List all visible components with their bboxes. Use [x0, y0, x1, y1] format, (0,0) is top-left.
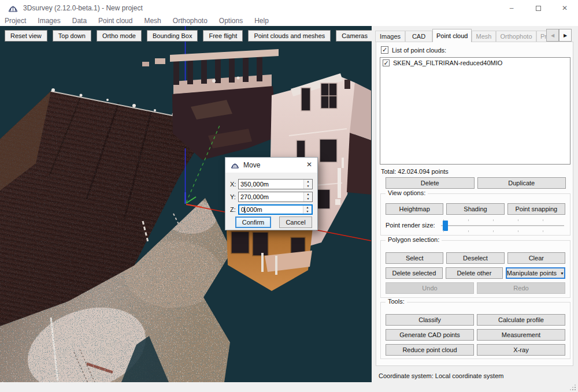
bounding-box-button[interactable]: Bounding Box: [147, 30, 198, 42]
x-ray-button[interactable]: X-ray: [477, 344, 565, 356]
status-bar: [0, 382, 578, 392]
move-dialog-title: Move: [243, 161, 260, 169]
point-cloud-list-item[interactable]: ✓ SKEN_AS_FILTRIRAN-reduced40MIO: [380, 58, 570, 68]
menu-item-help[interactable]: Help: [254, 17, 275, 26]
menu-item-images[interactable]: Images: [38, 17, 66, 26]
duplicate-button[interactable]: Duplicate: [477, 177, 566, 189]
panel-tab-strip: Images CAD Point cloud Mesh Orthophoto P…: [375, 29, 554, 42]
point-cloud-item-checkbox[interactable]: ✓: [383, 59, 390, 66]
close-button[interactable]: ✕: [551, 0, 578, 16]
point-render-size-slider[interactable]: [441, 219, 564, 232]
tab-cad[interactable]: CAD: [405, 31, 432, 42]
tab-point-cloud[interactable]: Point cloud: [432, 29, 472, 42]
clear-button[interactable]: Clear: [507, 252, 565, 264]
x-spin-down-button[interactable]: ▼: [304, 184, 312, 189]
move-dialog-title-bar[interactable]: Move ✕: [225, 158, 317, 173]
x-spinner: ▲ ▼: [303, 180, 312, 189]
move-dialog: Move ✕ X: ▲ ▼ Y: ▲ ▼: [225, 157, 318, 230]
y-spin-down-button[interactable]: ▼: [304, 197, 312, 201]
delete-other-button[interactable]: Delete other: [446, 267, 503, 279]
reduce-point-cloud-button[interactable]: Reduce point cloud: [386, 344, 474, 356]
x-spin-up-button[interactable]: ▲: [304, 180, 312, 184]
polygon-selection-title: Polygon selection:: [386, 236, 442, 243]
tab-images[interactable]: Images: [375, 31, 405, 42]
menu-item-orthophoto[interactable]: Orthophoto: [173, 17, 214, 26]
view-options-group: View options: Heightmap Shading Point sn…: [380, 193, 570, 236]
select-button[interactable]: Select: [386, 252, 443, 264]
tab-mesh[interactable]: Mesh: [472, 31, 496, 42]
confirm-button[interactable]: Confirm: [235, 216, 271, 228]
top-down-button[interactable]: Top down: [53, 30, 91, 42]
text-cursor: [244, 207, 245, 213]
maximize-button[interactable]: [525, 0, 551, 16]
ortho-mode-button[interactable]: Ortho mode: [97, 30, 142, 42]
shading-button[interactable]: Shading: [446, 203, 504, 215]
move-dialog-close-button[interactable]: ✕: [306, 160, 312, 169]
minimize-button[interactable]: –: [498, 0, 525, 16]
undo-button[interactable]: Undo: [386, 282, 474, 294]
manipulate-points-label: Manipulate points: [507, 270, 557, 277]
tab-orthophoto[interactable]: Orthophoto: [496, 31, 536, 42]
tools-title: Tools:: [386, 298, 407, 305]
menu-item-data[interactable]: Data: [72, 17, 93, 26]
x-input[interactable]: [239, 180, 312, 189]
application-window: 3Dsurvey (2.12.0-beta.1) - New project –…: [0, 0, 578, 392]
slider-track[interactable]: [441, 225, 564, 226]
menu-item-options[interactable]: Options: [219, 17, 249, 26]
y-input[interactable]: [239, 192, 312, 201]
resize-grip[interactable]: [569, 383, 576, 390]
app-logo-icon: [8, 5, 18, 12]
list-action-row: Delete Duplicate: [386, 177, 566, 189]
point-cloud-listbox[interactable]: ✓ SKEN_AS_FILTRIRAN-reduced40MIO: [380, 57, 570, 165]
z-spin-up-button[interactable]: ▲: [303, 206, 312, 210]
point-render-size-row: Point render size:: [386, 219, 565, 232]
free-flight-button[interactable]: Free flight: [203, 30, 243, 42]
point-snapping-button[interactable]: Point snapping: [507, 203, 565, 215]
point-cloud-panel: ✓ List of point clouds: ✓ SKEN_AS_FILTRI…: [376, 42, 573, 366]
delete-selected-button[interactable]: Delete selected: [386, 267, 443, 279]
x-spinbox: ▲ ▼: [238, 179, 313, 189]
heightmap-button[interactable]: Heightmap: [386, 203, 443, 215]
point-render-size-label: Point render size:: [386, 222, 435, 229]
coordinate-system-status: Coordinate system: Local coordinate syst…: [379, 372, 503, 379]
calculate-profile-button[interactable]: Calculate profile: [477, 314, 565, 326]
dialog-logo-icon: [231, 162, 239, 169]
menu-item-project[interactable]: Project: [5, 17, 32, 26]
tab-scroll-right-button[interactable]: ▶: [559, 29, 572, 42]
measurement-button[interactable]: Measurement: [477, 329, 565, 341]
cameras-button[interactable]: Cameras: [336, 30, 372, 42]
delete-button[interactable]: Delete: [386, 177, 475, 189]
side-panel: Images CAD Point cloud Mesh Orthophoto P…: [372, 26, 578, 382]
z-field-label: Z:: [230, 206, 238, 213]
manipulate-points-dropdown[interactable]: Manipulate points ▼: [506, 267, 565, 279]
deselect-button[interactable]: Deselect: [446, 252, 504, 264]
menu-bar: Project Images Data Point cloud Mesh Ort…: [0, 16, 578, 26]
z-input[interactable]: [239, 206, 312, 214]
y-spinbox: ▲ ▼: [238, 192, 313, 202]
slider-handle[interactable]: [443, 221, 448, 231]
tools-group: Tools: Classify Calculate profile Genera…: [380, 302, 570, 359]
list-of-point-clouds-checkbox[interactable]: ✓: [381, 46, 388, 54]
view-options-title: View options:: [386, 189, 428, 196]
dropdown-arrow-icon: ▼: [560, 271, 564, 275]
z-field-row: Z: ▲ ▼: [230, 204, 313, 215]
slider-ticks-top: [443, 219, 562, 221]
cancel-button[interactable]: Cancel: [279, 216, 312, 228]
tab-scroll-left-button[interactable]: ◀: [546, 29, 559, 42]
classify-button[interactable]: Classify: [386, 314, 474, 326]
y-field-row: Y: ▲ ▼: [230, 192, 313, 202]
x-field-label: X:: [230, 181, 238, 188]
y-spin-up-button[interactable]: ▲: [304, 192, 312, 197]
reset-view-button[interactable]: Reset view: [5, 30, 47, 42]
title-bar: 3Dsurvey (2.12.0-beta.1) - New project –…: [0, 0, 578, 16]
z-spin-down-button[interactable]: ▼: [303, 210, 312, 214]
viewport-toolbar: Reset view Top down Ortho mode Bounding …: [5, 30, 372, 42]
maximize-icon: [536, 6, 541, 11]
menu-item-mesh[interactable]: Mesh: [144, 17, 167, 26]
point-cloud-item-name: SKEN_AS_FILTRIRAN-reduced40MIO: [393, 59, 502, 66]
generate-cad-points-button[interactable]: Generate CAD points: [386, 329, 474, 341]
redo-button[interactable]: Redo: [477, 282, 565, 294]
z-spinbox: ▲ ▼: [238, 204, 313, 215]
point-clouds-and-meshes-button[interactable]: Point clouds and meshes: [248, 30, 331, 42]
menu-item-point-cloud[interactable]: Point cloud: [98, 17, 139, 26]
